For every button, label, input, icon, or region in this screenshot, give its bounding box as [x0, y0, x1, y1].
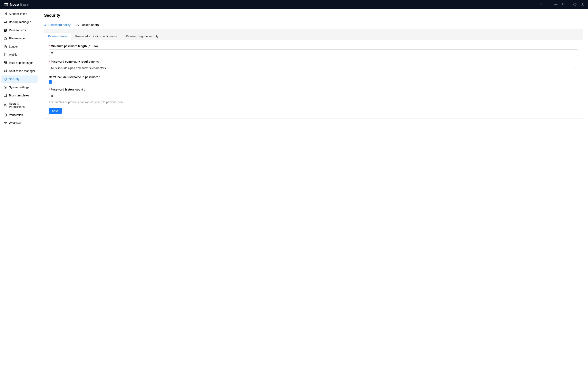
- svg-point-1: [555, 4, 556, 5]
- save-button[interactable]: Save: [49, 108, 62, 114]
- sidebar-item-logger[interactable]: Logger: [1, 43, 38, 50]
- chevron-down-icon: [574, 67, 576, 69]
- check-circle-icon: [4, 113, 7, 117]
- login-icon: [4, 12, 7, 16]
- sidebar-item-users-permissions[interactable]: Users & Permissions: [1, 100, 38, 110]
- sidebar-item-file-manager[interactable]: File manager: [1, 35, 38, 42]
- sidebar-item-mobile[interactable]: Mobile: [1, 51, 38, 58]
- header-divider: [569, 3, 569, 6]
- gear-icon: [4, 86, 7, 89]
- user-icon[interactable]: [581, 3, 584, 6]
- svg-rect-11: [4, 94, 7, 97]
- sidebar-item-label: Block templates: [9, 94, 29, 97]
- sidebar-item-system-settings[interactable]: System settings: [1, 83, 38, 91]
- sidebar-item-data-sources[interactable]: Data sources: [1, 26, 38, 34]
- sidebar-item-label: Workflow: [9, 122, 21, 125]
- svg-point-4: [4, 29, 7, 30]
- key-icon: [44, 24, 47, 26]
- header-icons: [540, 3, 584, 6]
- sidebar-item-multi-app-manager[interactable]: Multi-app manager: [1, 59, 38, 67]
- sidebar-item-label: Verification: [9, 113, 23, 117]
- svg-rect-8: [4, 63, 5, 64]
- gear-icon[interactable]: [554, 3, 558, 6]
- sidebar-item-notification-manager[interactable]: Notification manager: [1, 67, 38, 75]
- svg-point-16: [5, 124, 6, 124]
- main-tabs: Password policy Locked users: [44, 21, 583, 29]
- plugin-icon[interactable]: [547, 3, 550, 6]
- sidebar-item-label: Mobile: [9, 53, 17, 56]
- sidebar-item-label: Security: [9, 77, 19, 81]
- svg-point-13: [4, 114, 7, 116]
- logo-icon: [4, 2, 9, 7]
- sidebar-item-label: Backup manager: [9, 20, 31, 24]
- sidebar: Authentication Backup manager Data sourc…: [0, 9, 39, 367]
- file-icon: [4, 37, 7, 40]
- lock-icon: [76, 24, 79, 26]
- history-count-input[interactable]: [49, 93, 579, 99]
- svg-rect-0: [548, 4, 549, 5]
- sidebar-item-workflow[interactable]: Workflow: [1, 119, 38, 127]
- page-title: Security: [44, 13, 583, 18]
- svg-rect-18: [77, 25, 78, 26]
- complexity-select[interactable]: Must include alpha and numeric character…: [49, 65, 579, 71]
- cloud-icon: [4, 20, 7, 24]
- sub-tabs: Password rules Password expiration confi…: [44, 29, 583, 40]
- svg-point-12: [4, 104, 5, 105]
- workflow-icon: [4, 122, 7, 125]
- sub-tab-password-rules[interactable]: Password rules: [44, 33, 71, 40]
- logo-text-2: Base: [20, 2, 29, 7]
- template-icon: [4, 94, 7, 97]
- svg-rect-9: [6, 63, 7, 64]
- svg-rect-6: [4, 62, 5, 63]
- help-icon[interactable]: [573, 3, 577, 6]
- grid-icon: [4, 61, 7, 64]
- megaphone-icon: [4, 69, 7, 73]
- logo-text-1: Noco: [10, 2, 19, 7]
- min-length-label: *Minimum password length (n ~ 64) :: [49, 44, 579, 48]
- sidebar-item-label: Notification manager: [9, 69, 35, 73]
- min-length-input[interactable]: [49, 49, 579, 56]
- svg-point-10: [5, 87, 6, 88]
- sidebar-item-verification[interactable]: Verification: [1, 111, 38, 119]
- shield-icon: [4, 77, 7, 81]
- username-in-password-checkbox[interactable]: [49, 80, 52, 83]
- tab-label: Password policy: [48, 23, 70, 26]
- log-icon: [4, 45, 7, 48]
- sidebar-item-block-templates[interactable]: Block templates: [1, 92, 38, 99]
- history-count-label: *Password history count :: [49, 88, 579, 91]
- database-icon: [4, 29, 7, 32]
- sidebar-item-backup-manager[interactable]: Backup manager: [1, 18, 38, 26]
- sidebar-item-label: Logger: [9, 45, 18, 48]
- main-content: Security Password policy Locked users Pa…: [39, 9, 588, 367]
- history-count-help: The number of previous passwords stored …: [49, 100, 579, 104]
- bell-icon[interactable]: [562, 3, 565, 6]
- highlighter-icon[interactable]: [540, 3, 543, 6]
- svg-point-14: [4, 122, 5, 123]
- sidebar-item-label: System settings: [9, 86, 29, 89]
- tab-password-policy[interactable]: Password policy: [44, 21, 70, 29]
- svg-point-17: [44, 25, 45, 26]
- users-icon: [4, 104, 7, 107]
- sidebar-item-security[interactable]: Security: [1, 75, 38, 83]
- sidebar-item-label: Authentication: [9, 12, 27, 16]
- complexity-value: Must include alpha and numeric character…: [51, 67, 106, 70]
- sub-tab-expiration-config[interactable]: Password expiration configuration: [71, 33, 122, 40]
- tab-locked-users[interactable]: Locked users: [76, 21, 99, 29]
- sidebar-item-label: Users & Permissions: [9, 102, 35, 108]
- svg-rect-5: [5, 53, 6, 56]
- sidebar-item-label: File manager: [9, 37, 26, 40]
- complexity-label: *Password complexity requirements :: [49, 60, 579, 63]
- sidebar-item-label: Multi-app manager: [9, 61, 33, 64]
- sub-tab-signin-security[interactable]: Password sign-in security: [122, 33, 162, 40]
- header: NocoBase: [0, 0, 588, 9]
- svg-rect-7: [6, 62, 7, 63]
- sidebar-item-label: Data sources: [9, 29, 26, 32]
- sidebar-item-authentication[interactable]: Authentication: [1, 10, 38, 17]
- svg-point-15: [6, 122, 7, 123]
- svg-point-3: [582, 3, 583, 4]
- tab-label: Locked users: [80, 23, 99, 26]
- mobile-icon: [4, 53, 7, 56]
- username-in-password-label: Can't include username in password :: [49, 75, 579, 79]
- logo[interactable]: NocoBase: [4, 2, 29, 7]
- form-card: *Minimum password length (n ~ 64) : *Pas…: [44, 40, 583, 119]
